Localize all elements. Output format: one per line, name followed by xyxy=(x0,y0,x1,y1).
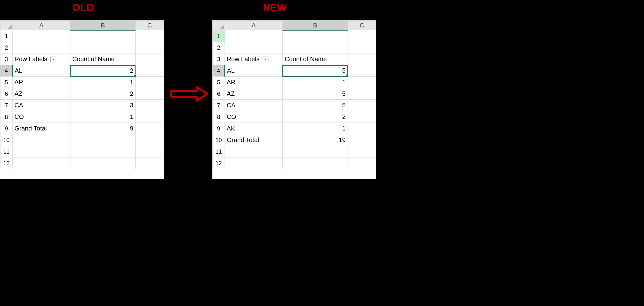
row-header[interactable]: 3 xyxy=(213,53,225,65)
pivot-rowlabels-header[interactable]: Row Labels xyxy=(12,53,70,65)
cell[interactable] xyxy=(136,134,164,146)
col-header-c[interactable]: C xyxy=(136,21,164,30)
col-header-b[interactable]: B xyxy=(70,21,136,30)
row-header[interactable]: 5 xyxy=(213,77,225,88)
row-header[interactable]: 4 xyxy=(213,65,225,77)
pivot-row-label[interactable]: AZ xyxy=(12,88,70,100)
grand-total-label[interactable]: Grand Total xyxy=(12,123,70,134)
cell[interactable] xyxy=(12,157,70,169)
row-header[interactable]: 11 xyxy=(213,146,225,157)
cell[interactable] xyxy=(225,146,283,157)
cell[interactable] xyxy=(348,134,376,146)
cell[interactable] xyxy=(136,157,164,169)
cell[interactable] xyxy=(70,134,136,146)
pivot-rowlabels-header[interactable]: Row Labels xyxy=(225,53,283,65)
row-header[interactable]: 6 xyxy=(213,88,225,100)
cell[interactable] xyxy=(348,65,376,77)
row-header[interactable]: 1 xyxy=(213,30,225,42)
select-all-corner[interactable] xyxy=(213,21,225,30)
row-header[interactable]: 9 xyxy=(213,123,225,134)
cell[interactable] xyxy=(136,30,164,42)
cell[interactable] xyxy=(136,111,164,123)
cell[interactable] xyxy=(283,30,348,42)
cell[interactable] xyxy=(225,30,283,42)
row-header[interactable]: 8 xyxy=(213,111,225,123)
row-header[interactable]: 2 xyxy=(0,42,12,53)
pivot-row-value[interactable]: 5 xyxy=(283,65,348,77)
pivot-row-label[interactable]: AL xyxy=(12,65,70,77)
pivot-row-label[interactable]: CA xyxy=(12,100,70,111)
pivot-row-value[interactable]: 1 xyxy=(283,77,348,88)
cell[interactable] xyxy=(12,30,70,42)
col-header-c[interactable]: C xyxy=(348,21,376,30)
cell[interactable] xyxy=(348,53,376,65)
row-header[interactable]: 9 xyxy=(0,123,12,134)
cell[interactable] xyxy=(136,42,164,53)
row-header[interactable]: 10 xyxy=(0,134,12,146)
cell[interactable] xyxy=(70,30,136,42)
cell[interactable] xyxy=(136,65,164,77)
pivot-row-label[interactable]: AR xyxy=(225,77,283,88)
select-all-corner[interactable] xyxy=(0,21,12,30)
row-header[interactable]: 7 xyxy=(0,100,12,111)
pivot-row-value[interactable]: 2 xyxy=(283,111,348,123)
row-header[interactable]: 1 xyxy=(0,30,12,42)
filter-dropdown-icon[interactable] xyxy=(263,57,268,62)
cell[interactable] xyxy=(348,77,376,88)
grand-total-value[interactable]: 19 xyxy=(283,134,348,146)
cell[interactable] xyxy=(136,100,164,111)
pivot-row-value[interactable]: 2 xyxy=(70,65,136,77)
pivot-row-value[interactable]: 5 xyxy=(283,100,348,111)
row-header[interactable]: 8 xyxy=(0,111,12,123)
cell[interactable] xyxy=(70,42,136,53)
row-header[interactable]: 12 xyxy=(213,157,225,169)
cell[interactable] xyxy=(283,157,348,169)
col-header-a[interactable]: A xyxy=(12,21,70,30)
pivot-count-header[interactable]: Count of Name xyxy=(283,53,348,65)
cell[interactable] xyxy=(12,134,70,146)
cell[interactable] xyxy=(70,157,136,169)
pivot-row-value[interactable]: 1 xyxy=(283,123,348,134)
row-header[interactable]: 2 xyxy=(213,42,225,53)
old-grid[interactable]: A B C 1 2 3 Row Labels Count of Name 4AL… xyxy=(0,20,164,169)
row-header[interactable]: 6 xyxy=(0,88,12,100)
row-header[interactable]: 11 xyxy=(0,146,12,157)
pivot-row-label[interactable]: CO xyxy=(225,111,283,123)
cell[interactable] xyxy=(136,77,164,88)
pivot-count-header[interactable]: Count of Name xyxy=(70,53,136,65)
cell[interactable] xyxy=(348,123,376,134)
pivot-row-label[interactable]: AZ xyxy=(225,88,283,100)
cell[interactable] xyxy=(136,146,164,157)
cell[interactable] xyxy=(12,42,70,53)
cell[interactable] xyxy=(225,42,283,53)
pivot-row-label[interactable]: CO xyxy=(12,111,70,123)
cell[interactable] xyxy=(136,53,164,65)
pivot-row-value[interactable]: 1 xyxy=(70,111,136,123)
new-grid[interactable]: A B C 1 2 3 Row Labels Count of Name 4AL… xyxy=(212,20,376,169)
cell[interactable] xyxy=(348,100,376,111)
grand-total-value[interactable]: 9 xyxy=(70,123,136,134)
cell[interactable] xyxy=(225,157,283,169)
col-header-a[interactable]: A xyxy=(225,21,283,30)
pivot-row-label[interactable]: AK xyxy=(225,123,283,134)
cell[interactable] xyxy=(348,146,376,157)
row-header[interactable]: 7 xyxy=(213,100,225,111)
row-header[interactable]: 10 xyxy=(213,134,225,146)
pivot-row-value[interactable]: 3 xyxy=(70,100,136,111)
cell[interactable] xyxy=(12,146,70,157)
pivot-row-label[interactable]: AR xyxy=(12,77,70,88)
grand-total-label[interactable]: Grand Total xyxy=(225,134,283,146)
cell[interactable] xyxy=(348,42,376,53)
pivot-row-value[interactable]: 1 xyxy=(70,77,136,88)
pivot-row-label[interactable]: CA xyxy=(225,100,283,111)
cell[interactable] xyxy=(136,88,164,100)
cell[interactable] xyxy=(348,30,376,42)
pivot-row-value[interactable]: 2 xyxy=(70,88,136,100)
cell[interactable] xyxy=(70,146,136,157)
pivot-row-value[interactable]: 5 xyxy=(283,88,348,100)
filter-dropdown-icon[interactable] xyxy=(50,57,56,62)
cell[interactable] xyxy=(283,42,348,53)
cell[interactable] xyxy=(283,146,348,157)
col-header-b[interactable]: B xyxy=(283,21,348,30)
cell[interactable] xyxy=(348,88,376,100)
